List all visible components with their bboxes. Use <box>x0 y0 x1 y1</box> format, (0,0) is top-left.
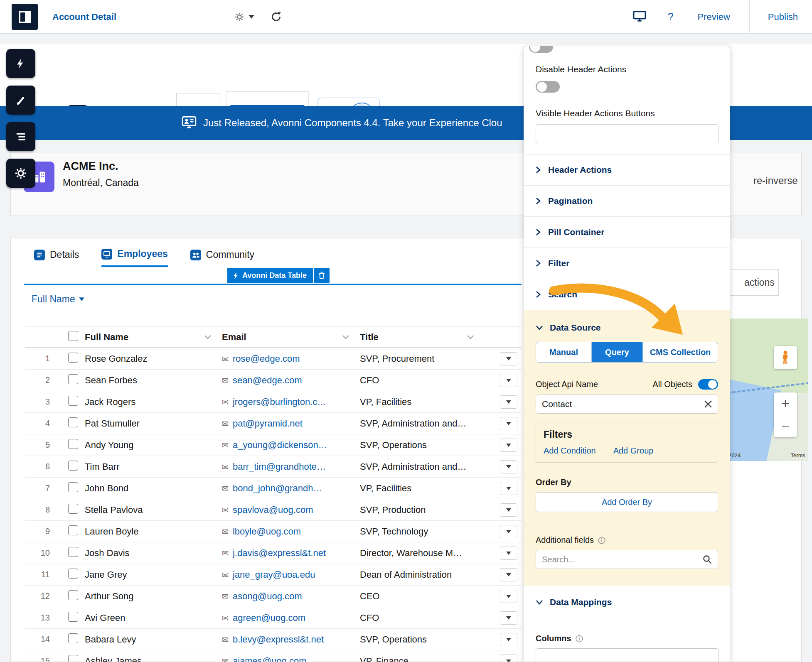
row-menu-button[interactable] <box>500 460 517 473</box>
row-menu-button[interactable] <box>500 655 517 662</box>
add-group-link[interactable]: Add Group <box>613 446 654 456</box>
cell-email-link[interactable]: ajames@uog.com <box>233 656 307 662</box>
row-menu-button[interactable] <box>500 439 517 452</box>
data-mappings-header[interactable]: Data Mappings <box>536 597 730 607</box>
data-source-header[interactable]: Data Source <box>536 323 718 333</box>
row-checkbox[interactable] <box>68 396 78 406</box>
row-checkbox[interactable] <box>68 612 78 622</box>
zoom-in-button[interactable]: + <box>774 392 797 415</box>
chevron-right-icon <box>536 291 541 298</box>
row-menu-button[interactable] <box>500 374 517 387</box>
section-pagination[interactable]: Pagination <box>524 186 730 217</box>
section-pill-container[interactable]: Pill Container <box>524 217 730 248</box>
mode-cms-collection-button[interactable]: CMS Collection <box>643 342 718 362</box>
cell-email-link[interactable]: lboyle@uog.com <box>233 526 301 537</box>
settings-button[interactable] <box>6 159 35 188</box>
disable-header-actions-toggle[interactable] <box>536 81 560 93</box>
row-menu-button[interactable] <box>500 633 517 646</box>
row-checkbox[interactable] <box>68 461 78 471</box>
cell-email-link[interactable]: barr_tim@grandhote… <box>233 461 326 472</box>
cell-title: SVP, Operations <box>357 440 481 451</box>
row-menu-button[interactable] <box>500 590 517 603</box>
caret-down-icon[interactable] <box>249 15 254 19</box>
row-checkbox[interactable] <box>68 417 78 427</box>
add-order-by-button[interactable]: Add Order By <box>536 492 718 512</box>
builder-logo-icon[interactable] <box>12 4 38 30</box>
help-button[interactable]: ? <box>668 11 674 23</box>
sort-control[interactable]: Full Name <box>32 294 84 305</box>
visible-header-actions-input[interactable] <box>536 124 719 143</box>
cell-email-link[interactable]: sean@edge.com <box>233 375 302 386</box>
row-menu-button[interactable] <box>500 395 517 409</box>
cell-email-link[interactable]: jane_gray@uoa.edu <box>233 569 315 580</box>
add-condition-link[interactable]: Add Condition <box>544 446 596 456</box>
object-api-name-field[interactable]: Contact <box>536 395 718 414</box>
section-search[interactable]: Search <box>524 279 730 310</box>
clear-x-icon[interactable] <box>704 400 712 408</box>
section-filter[interactable]: Filter <box>524 248 730 279</box>
cell-email-link[interactable]: a_young@dickenson… <box>233 440 327 451</box>
section-label: Pagination <box>548 196 593 206</box>
row-menu-button[interactable] <box>500 525 517 538</box>
refresh-icon[interactable] <box>270 11 282 25</box>
desktop-preview-icon[interactable] <box>633 10 646 24</box>
pegman-control[interactable] <box>774 346 797 369</box>
cell-title: Dean of Administration <box>357 569 481 580</box>
theme-button[interactable] <box>6 86 35 115</box>
row-menu-button[interactable] <box>500 547 517 560</box>
gear-icon[interactable] <box>234 12 244 22</box>
cell-title: CEO <box>357 591 481 602</box>
section-header-actions[interactable]: Header Actions <box>524 154 730 186</box>
gear-icon <box>15 167 27 179</box>
tab-employees[interactable]: Employees <box>101 248 167 267</box>
tab-details[interactable]: Details <box>34 248 79 267</box>
row-checkbox[interactable] <box>68 655 78 662</box>
row-checkbox[interactable] <box>68 353 78 363</box>
mode-query-button[interactable]: Query <box>592 342 643 362</box>
select-all-checkbox[interactable] <box>68 331 78 341</box>
row-checkbox[interactable] <box>68 590 78 600</box>
row-checkbox[interactable] <box>68 482 78 492</box>
selected-component-tag: Avonni Data Table <box>227 268 330 283</box>
row-checkbox[interactable] <box>68 504 78 514</box>
row-menu-button[interactable] <box>500 611 517 625</box>
page-selector[interactable]: Account Detail <box>43 0 262 34</box>
row-checkbox[interactable] <box>68 374 78 384</box>
publish-button[interactable]: Publish <box>768 12 798 22</box>
row-checkbox[interactable] <box>68 547 78 557</box>
outline-button[interactable] <box>6 122 35 151</box>
tab-community[interactable]: Community <box>190 248 254 267</box>
data-mappings-label: Data Mappings <box>550 597 612 607</box>
row-menu-button[interactable] <box>500 417 517 430</box>
all-objects-toggle[interactable] <box>698 379 718 390</box>
zoom-out-button[interactable]: − <box>774 415 797 438</box>
cell-email-link[interactable]: b.levy@expressl&t.net <box>233 634 324 645</box>
row-checkbox[interactable] <box>68 439 78 449</box>
table-row: 14 Babara Levy ✉ b.levy@expressl&t.net S… <box>25 629 522 650</box>
row-menu-button[interactable] <box>500 568 517 581</box>
delete-component-button[interactable] <box>314 268 330 283</box>
row-checkbox[interactable] <box>68 633 78 643</box>
cell-email-link[interactable]: jrogers@burlington.c… <box>233 397 326 407</box>
map-terms-link[interactable]: Terms <box>791 452 805 458</box>
row-checkbox[interactable] <box>68 525 78 535</box>
preview-button[interactable]: Preview <box>698 12 730 22</box>
cropped-toggle[interactable] <box>529 46 553 53</box>
cell-email-link[interactable]: rose@edge.com <box>233 353 300 364</box>
row-checkbox[interactable] <box>68 569 78 579</box>
columns-input[interactable] <box>536 648 719 662</box>
cell-email-link[interactable]: pat@pyramid.net <box>233 418 303 429</box>
email-icon: ✉ <box>222 441 229 450</box>
additional-fields-search-input[interactable] <box>536 550 718 569</box>
row-menu-button[interactable] <box>500 482 517 495</box>
row-number: 5 <box>25 440 57 450</box>
cell-email-link[interactable]: j.davis@expressl&t.net <box>233 548 326 559</box>
cell-email-link[interactable]: agreen@uog.com <box>233 613 305 623</box>
components-button[interactable] <box>6 49 35 78</box>
cell-email-link[interactable]: bond_john@grandh… <box>233 483 322 494</box>
row-menu-button[interactable] <box>500 503 517 517</box>
cell-email-link[interactable]: spavlova@uog.com <box>233 505 313 515</box>
mode-manual-button[interactable]: Manual <box>536 342 592 362</box>
row-menu-button[interactable] <box>500 352 517 365</box>
cell-email-link[interactable]: asong@uog.com <box>233 591 302 602</box>
